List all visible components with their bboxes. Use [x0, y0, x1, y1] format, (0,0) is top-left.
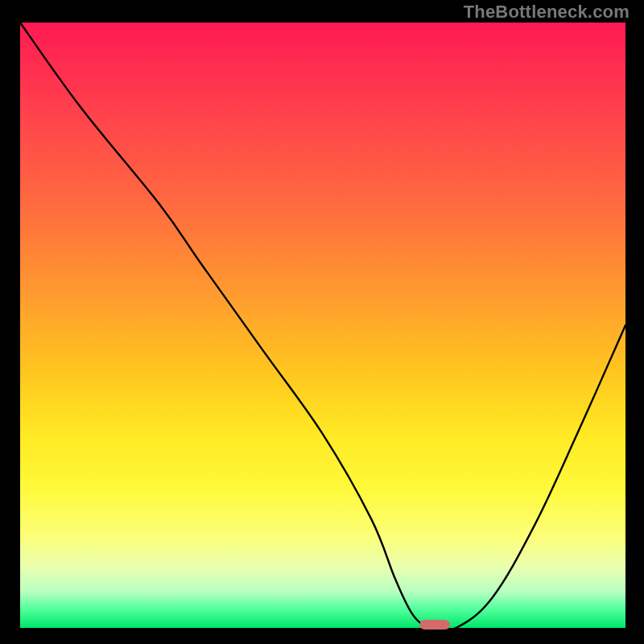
bottleneck-curve — [20, 23, 625, 628]
chart-frame: TheBottleneck.com — [0, 0, 644, 644]
optimal-marker — [419, 620, 450, 630]
plot-area — [20, 23, 625, 628]
watermark-text: TheBottleneck.com — [464, 2, 630, 23]
curve-path — [20, 23, 625, 631]
